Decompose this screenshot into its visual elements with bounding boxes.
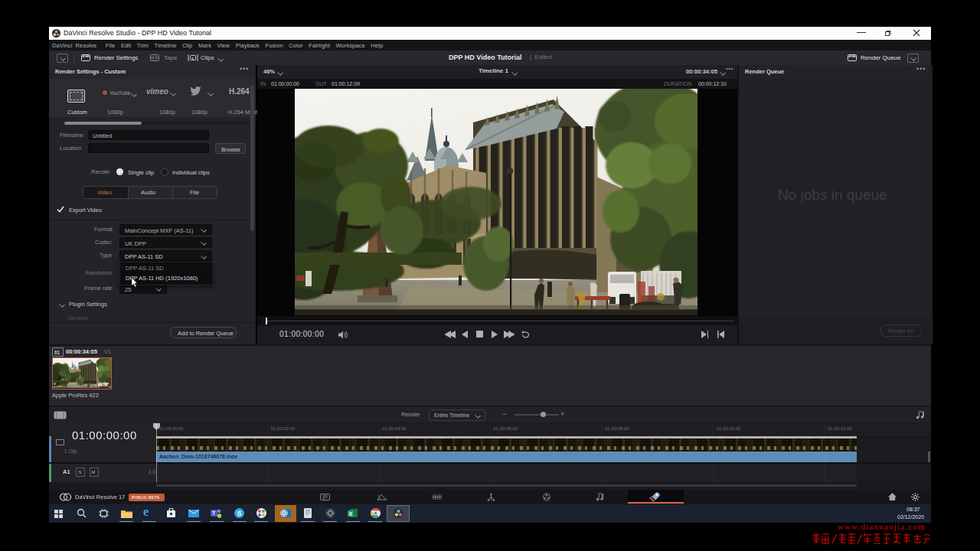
svg-text:T: T	[212, 510, 216, 516]
svg-text:a: a	[191, 56, 194, 60]
svg-text:S: S	[237, 510, 242, 517]
svg-text:X: X	[349, 511, 353, 517]
